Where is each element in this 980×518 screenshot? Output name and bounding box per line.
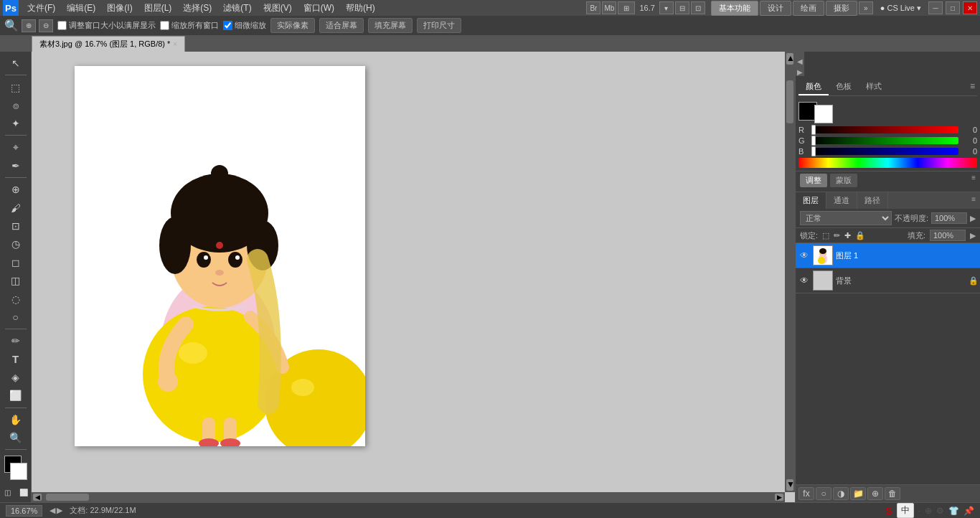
lock-all-icon[interactable]: 🔒 xyxy=(855,231,865,240)
maximize-icon[interactable]: □ xyxy=(946,1,960,14)
tab-layers[interactable]: 图层 xyxy=(796,192,826,209)
view-icon[interactable]: ⊟ xyxy=(675,1,689,14)
crop-tool[interactable]: ⌖ xyxy=(3,138,29,156)
text-tool[interactable]: T xyxy=(3,350,29,367)
fill-arrow[interactable]: ▶ xyxy=(970,231,976,240)
fit-screen-btn[interactable]: 适合屏幕 xyxy=(319,18,364,33)
gradient-tool[interactable]: ◫ xyxy=(3,272,29,289)
zoom-dropdown[interactable]: ▾ xyxy=(659,1,674,14)
marquee-tool[interactable]: ⬚ xyxy=(3,78,29,95)
r-value[interactable]: 0 xyxy=(963,126,977,134)
path-select-tool[interactable]: ◈ xyxy=(3,369,29,386)
blur-tool[interactable]: ◌ xyxy=(3,290,29,307)
vertical-scrollbar[interactable]: ▲ ▼ xyxy=(785,52,795,492)
br-button[interactable]: Br xyxy=(586,1,600,14)
menu-layer[interactable]: 图层(L) xyxy=(138,1,178,16)
prev-page-arrow[interactable]: ◀ xyxy=(50,506,55,515)
actual-pixels-btn[interactable]: 实际像素 xyxy=(270,18,315,33)
lock-transparent-icon[interactable]: ⬚ xyxy=(822,231,829,240)
layer-delete-btn[interactable]: 🗑 xyxy=(885,487,900,500)
menu-image[interactable]: 图像(I) xyxy=(101,1,138,16)
sohu-chinese-btn[interactable]: 中 xyxy=(897,503,914,518)
pen-tool[interactable]: ✏ xyxy=(3,332,29,349)
move-tool[interactable]: ↖ xyxy=(3,55,29,72)
scrubby-zoom-input[interactable] xyxy=(223,21,232,30)
mode-paint[interactable]: 绘画 xyxy=(793,1,824,16)
tab-color[interactable]: 颜色 xyxy=(798,79,829,95)
magic-wand-tool[interactable]: ✦ xyxy=(3,115,29,132)
minimize-icon[interactable]: ─ xyxy=(928,1,943,14)
menu-select[interactable]: 选择(S) xyxy=(177,1,217,16)
horizontal-scrollbar[interactable]: ◀ ▶ xyxy=(32,492,785,502)
g-slider[interactable] xyxy=(811,137,958,144)
mode-photo[interactable]: 摄影 xyxy=(826,1,857,16)
adj-panel-menu[interactable]: ≡ xyxy=(971,174,976,187)
layer-item-bg[interactable]: 👁 背景 🔒 xyxy=(796,268,980,293)
sohu-dot-icon[interactable]: · xyxy=(918,506,920,516)
r-slider[interactable] xyxy=(811,126,958,133)
screen-mode-icon[interactable]: ⬜ xyxy=(17,486,30,499)
lock-paint-icon[interactable]: ✏ xyxy=(834,231,840,240)
menu-edit[interactable]: 编辑(E) xyxy=(61,1,101,16)
adj-tab-masks[interactable]: 蒙版 xyxy=(830,174,857,187)
hscroll-left[interactable]: ◀ xyxy=(33,494,42,501)
shape-tool[interactable]: ⬜ xyxy=(3,387,29,404)
tab-styles[interactable]: 样式 xyxy=(859,79,889,95)
vscroll-down[interactable]: ▼ xyxy=(786,479,793,491)
clone-tool[interactable]: ⊡ xyxy=(3,217,29,235)
menu-view[interactable]: 视图(V) xyxy=(258,1,298,16)
tab-swatches[interactable]: 色板 xyxy=(829,79,859,95)
mb-button[interactable]: Mb xyxy=(602,1,616,14)
zoom-in-icon[interactable]: ⊕ xyxy=(22,19,36,32)
cs-live-dropdown[interactable]: ▾ xyxy=(917,4,921,13)
b-slider[interactable] xyxy=(811,148,958,155)
fill-input[interactable] xyxy=(930,230,966,241)
blend-mode-select[interactable]: 正常 xyxy=(800,211,892,225)
layer-adjustment-btn[interactable]: ◑ xyxy=(833,487,849,500)
eraser-tool[interactable]: ◻ xyxy=(3,254,29,271)
fit-checkbox-input[interactable] xyxy=(57,21,67,30)
healing-tool[interactable]: ⊕ xyxy=(3,181,29,198)
lasso-tool[interactable]: ⌾ xyxy=(3,97,29,114)
zoom-percentage[interactable]: 16.67% xyxy=(6,505,42,517)
cs-live[interactable]: ● CS Live ▾ xyxy=(876,4,925,13)
fill-screen-btn[interactable]: 填充屏幕 xyxy=(368,18,413,33)
mode-design[interactable]: 设计 xyxy=(760,1,791,16)
color-panel-menu[interactable]: ≡ xyxy=(968,79,977,95)
brush-tool[interactable]: 🖌 xyxy=(3,199,29,216)
fit-checkbox[interactable]: 调整窗口大小以满屏显示 xyxy=(57,20,156,31)
hscroll-right[interactable]: ▶ xyxy=(775,494,783,501)
opacity-arrow[interactable]: ▶ xyxy=(970,214,976,223)
scrubby-zoom-checkbox[interactable]: 细微缩放 xyxy=(223,20,266,31)
color-spectrum[interactable] xyxy=(798,158,977,168)
mode-basic[interactable]: 基本功能 xyxy=(711,1,758,16)
zoom-all-checkbox[interactable]: 缩放所有窗口 xyxy=(160,20,219,31)
background-color[interactable] xyxy=(10,463,27,480)
grid-icon[interactable]: ⊞ xyxy=(618,1,635,14)
layer-new-btn[interactable]: ⊕ xyxy=(867,487,883,500)
layer-1-visibility[interactable]: 👁 xyxy=(798,250,810,261)
adj-tab-adjustments[interactable]: 调整 xyxy=(800,174,827,187)
next-page-arrow[interactable]: ▶ xyxy=(57,506,62,515)
layer-group-btn[interactable]: 📁 xyxy=(850,487,866,500)
zoom-tool[interactable]: 🔍 xyxy=(3,429,29,446)
tab-channels[interactable]: 通道 xyxy=(826,192,857,209)
menu-window[interactable]: 窗口(W) xyxy=(298,1,340,16)
vscroll-thumb[interactable] xyxy=(786,80,793,123)
view-icon2[interactable]: ⊡ xyxy=(691,1,705,14)
menu-file[interactable]: 文件(F) xyxy=(22,1,61,16)
layer-bg-visibility[interactable]: 👁 xyxy=(798,275,810,286)
menu-filter[interactable]: 滤镜(T) xyxy=(217,1,257,16)
tab-close-btn[interactable]: × xyxy=(173,40,177,48)
sohu-network-icon[interactable]: ⊕ xyxy=(925,506,932,516)
layer-mask-btn[interactable]: ○ xyxy=(816,487,831,500)
layer-item-1[interactable]: 👁 图层 1 xyxy=(796,243,980,268)
hscroll-thumb[interactable] xyxy=(46,494,89,501)
zoom-out-icon[interactable]: ⊖ xyxy=(39,19,53,32)
print-size-btn[interactable]: 打印尺寸 xyxy=(417,18,461,33)
tab-paths[interactable]: 路径 xyxy=(857,192,888,209)
layer-fx-btn[interactable]: fx xyxy=(798,487,814,500)
g-value[interactable]: 0 xyxy=(963,136,977,145)
zoom-tool-icon[interactable]: 🔍 xyxy=(4,19,19,32)
sohu-shirt-icon[interactable]: 👕 xyxy=(948,506,959,516)
